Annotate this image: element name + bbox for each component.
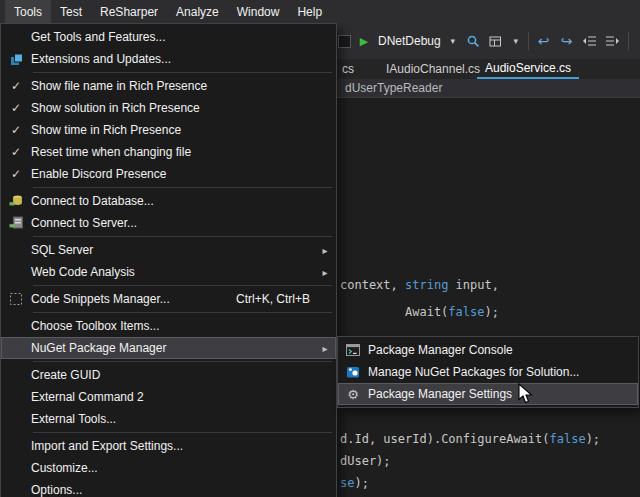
vs-ide-window: ▶ DNetDebug ▾ ▾ ↩ ↪ ⚑ ≡ ▾: [0, 0, 640, 497]
gear-icon: ⚙: [338, 387, 368, 402]
menu-item-package-manager-console[interactable]: Package Manager Console: [338, 339, 638, 361]
menu-item-external-command-2[interactable]: External Command 2: [1, 386, 336, 408]
menubar-item-window[interactable]: Window: [228, 0, 289, 23]
menu-item-label: Package Manager Settings: [368, 387, 636, 401]
menu-item-label: NuGet Package Manager: [31, 341, 316, 355]
console-icon: [338, 343, 368, 357]
menu-item-shortcut: Ctrl+K, Ctrl+B: [236, 292, 310, 306]
navigate-forward-icon[interactable]: ↪: [559, 33, 575, 49]
bookmark-icon[interactable]: ⚑: [636, 33, 640, 49]
nuget-package-manager-submenu: Package Manager Console Manage NuGet Pac…: [337, 336, 639, 408]
menu-item-nuget-package-manager[interactable]: NuGet Package Manager ▸: [1, 337, 336, 359]
code-snippets-icon: [1, 292, 31, 306]
menu-item-label: External Tools...: [31, 412, 334, 426]
check-icon: ✓: [1, 101, 31, 115]
toolbar-separator: [528, 32, 529, 50]
menu-item-options[interactable]: Options...: [1, 479, 336, 497]
code-line: Await(false);: [405, 305, 499, 319]
navigate-backward-icon[interactable]: ↩: [536, 33, 552, 49]
menu-item-label: Customize...: [31, 461, 334, 475]
menu-item-import-and-export-settings[interactable]: Import and Export Settings...: [1, 435, 336, 457]
menu-item-create-guid[interactable]: Create GUID: [1, 364, 336, 386]
menu-item-choose-toolbox-items[interactable]: Choose Toolbox Items...: [1, 315, 336, 337]
menu-item-show-solution-in-rich-presence[interactable]: ✓ Show solution in Rich Presence: [1, 97, 336, 119]
menu-separator: [33, 187, 332, 188]
menu-item-label: Import and Export Settings...: [31, 439, 334, 453]
build-status-icon[interactable]: [338, 35, 351, 48]
find-icon[interactable]: [465, 33, 481, 49]
menu-item-label: Manage NuGet Packages for Solution...: [368, 365, 636, 379]
menu-item-connect-to-database[interactable]: Connect to Database...: [1, 190, 336, 212]
menu-item-get-tools-and-features[interactable]: Get Tools and Features...: [1, 26, 336, 48]
submenu-arrow-icon: ▸: [316, 343, 334, 354]
run-profile-caret-icon[interactable]: ▾: [448, 33, 458, 49]
menubar-item-analyze[interactable]: Analyze: [167, 0, 228, 23]
menubar-item-test[interactable]: Test: [51, 0, 91, 23]
tab-label: IAudioChannel.cs: [386, 62, 480, 76]
tab-partial[interactable]: cs: [334, 59, 362, 79]
menu-item-label: Reset time when changing file: [31, 145, 334, 159]
extensions-icon: [1, 53, 31, 66]
menubar-item-help[interactable]: Help: [288, 0, 331, 23]
menu-separator: [33, 72, 332, 73]
menu-item-show-file-name-in-rich-presence[interactable]: ✓ Show file name in Rich Presence: [1, 75, 336, 97]
menu-item-sql-server[interactable]: SQL Server ▸: [1, 239, 336, 261]
menubar-item-tools[interactable]: Tools: [5, 0, 51, 23]
menu-separator: [33, 236, 332, 237]
menu-item-enable-discord-presence[interactable]: ✓ Enable Discord Presence: [1, 163, 336, 185]
tab-iaudiochannel[interactable]: IAudioChannel.cs: [378, 59, 488, 79]
indent-increase-icon[interactable]: [605, 33, 621, 49]
menu-item-external-tools[interactable]: External Tools...: [1, 408, 336, 430]
menu-item-label: Connect to Server...: [31, 216, 334, 230]
menubar-item-resharper[interactable]: ReSharper: [91, 0, 167, 23]
menu-item-label: Create GUID: [31, 368, 334, 382]
menu-item-reset-time-when-changing-file[interactable]: ✓ Reset time when changing file: [1, 141, 336, 163]
menu-item-manage-nuget-packages-for-solution[interactable]: Manage NuGet Packages for Solution...: [338, 361, 638, 383]
menu-item-package-manager-settings[interactable]: ⚙ Package Manager Settings: [338, 383, 638, 405]
check-icon: ✓: [1, 145, 31, 159]
code-line: dUser);: [340, 454, 391, 468]
menu-item-show-time-in-rich-presence[interactable]: ✓ Show time in Rich Presence: [1, 119, 336, 141]
tab-audioservice[interactable]: AudioService.cs: [477, 59, 579, 79]
code-line: d.Id, userId).ConfigureAwait(false);: [340, 432, 600, 446]
menu-item-label: External Command 2: [31, 390, 334, 404]
menu-separator: [33, 432, 332, 433]
menu-item-label: Connect to Database...: [31, 194, 334, 208]
tab-label: AudioService.cs: [485, 61, 571, 75]
menu-item-label: Options...: [31, 483, 334, 497]
menu-item-extensions-and-updates[interactable]: Extensions and Updates...: [1, 48, 336, 70]
menu-item-customize[interactable]: Customize...: [1, 457, 336, 479]
menu-item-label: Choose Toolbox Items...: [31, 319, 334, 333]
menu-item-code-snippets-manager[interactable]: Code Snippets Manager... Ctrl+K, Ctrl+B: [1, 288, 336, 310]
submenu-arrow-icon: ▸: [316, 245, 334, 256]
menu-item-web-code-analysis[interactable]: Web Code Analysis ▸: [1, 261, 336, 283]
menu-item-label: Package Manager Console: [368, 343, 636, 357]
window-layout-icon[interactable]: [488, 33, 504, 49]
menu-item-connect-to-server[interactable]: Connect to Server...: [1, 212, 336, 234]
check-icon: ✓: [1, 79, 31, 93]
code-line: context, string input,: [340, 278, 499, 292]
server-connect-icon: [1, 216, 31, 230]
database-connect-icon: [1, 194, 31, 208]
code-line: se);: [340, 476, 369, 490]
menu-item-label: Show file name in Rich Presence: [31, 79, 334, 93]
menu-item-label: Show solution in Rich Presence: [31, 101, 334, 115]
menu-item-label: Code Snippets Manager...: [31, 292, 236, 306]
run-profile-label[interactable]: DNetDebug: [378, 34, 441, 48]
window-layout-caret-icon[interactable]: ▾: [511, 33, 521, 49]
check-icon: ✓: [1, 167, 31, 181]
mouse-cursor: [518, 383, 534, 408]
submenu-arrow-icon: ▸: [316, 267, 334, 278]
menu-item-label: SQL Server: [31, 243, 316, 257]
menu-item-label: Extensions and Updates...: [31, 52, 334, 66]
check-icon: ✓: [1, 123, 31, 137]
start-debug-icon[interactable]: ▶: [358, 33, 370, 49]
menubar: Tools Test ReSharper Analyze Window Help: [0, 0, 640, 23]
menu-separator: [33, 361, 332, 362]
menu-item-label: Get Tools and Features...: [31, 30, 334, 44]
menu-separator: [33, 285, 332, 286]
indent-decrease-icon[interactable]: [582, 33, 598, 49]
member-dropdown[interactable]: dUserTypeReader: [345, 81, 442, 95]
tab-label: cs: [342, 62, 354, 76]
toolbar-separator: [628, 32, 629, 50]
